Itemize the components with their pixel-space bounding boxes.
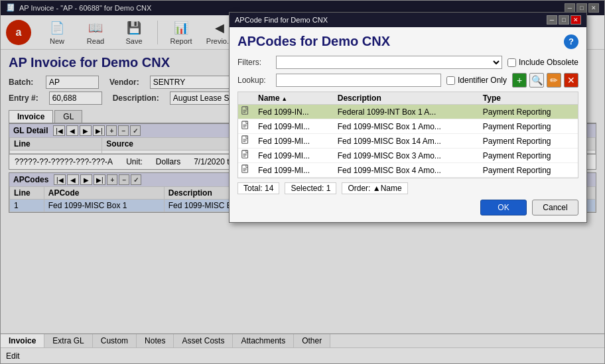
status-total: Total: 14: [237, 182, 279, 194]
modal-col-description[interactable]: Description: [332, 92, 478, 105]
modal-table-row[interactable]: Fed 1099-MI... Fed 1099-MISC Box 1 Amo..…: [238, 119, 578, 134]
row-icon: [238, 105, 253, 119]
add-tool-btn[interactable]: +: [512, 73, 527, 88]
lookup-row: Lookup: Identifier Only + 🔍 ✏ ✕: [237, 73, 578, 88]
delete-tool-btn[interactable]: ✕: [564, 73, 578, 88]
modal-heading-text: APCodes for Demo CNX: [237, 34, 390, 49]
modal-window-controls: ─ □ ✕: [547, 15, 581, 25]
modal-col-icon: [238, 92, 253, 105]
search-tool-btn[interactable]: 🔍: [529, 73, 544, 88]
lookup-label: Lookup:: [237, 76, 271, 85]
modal-row-desc: Fed 1099-MISC Box 14 Am...: [332, 134, 478, 149]
identifier-only-label: Identifier Only: [446, 76, 507, 85]
row-icon: [238, 149, 253, 163]
modal-row-desc: Fed 1099-MISC Box 4 Amo...: [332, 163, 478, 178]
ok-button[interactable]: OK: [480, 200, 527, 215]
lookup-toolbar: + 🔍 ✏ ✕: [512, 73, 578, 88]
modal-row-name: Fed 1099-MI...: [253, 149, 332, 163]
modal-table-container: Name Description Type: [237, 91, 578, 178]
help-icon[interactable]: ?: [564, 34, 578, 49]
document-icon: [241, 121, 250, 130]
row-icon: [238, 119, 253, 134]
modal-col-name[interactable]: Name: [253, 92, 332, 105]
modal-status-bar: Total: 14 Selected: 1 Order: ▲Name: [237, 182, 578, 194]
modal-table-row[interactable]: Fed 1099-MI... Fed 1099-MISC Box 4 Amo..…: [238, 163, 578, 178]
modal-close-btn[interactable]: ✕: [571, 15, 581, 25]
modal-table-row[interactable]: Fed 1099-MI... Fed 1099-MISC Box 14 Am..…: [238, 134, 578, 149]
filters-label: Filters:: [237, 58, 271, 67]
modal-body: APCodes for Demo CNX ? Filters: Include …: [230, 27, 586, 222]
modal-row-type: Payment Reporting: [478, 149, 578, 163]
modal-footer: OK Cancel: [237, 200, 578, 215]
modal-row-desc: Fed 1099-MISC Box 1 Amo...: [332, 119, 478, 134]
include-obsolete-checkbox[interactable]: [507, 58, 516, 67]
modal-row-name: Fed 1099-MI...: [253, 119, 332, 134]
filters-select[interactable]: [276, 56, 502, 69]
apcode-find-dialog: APCode Find for Demo CNX ─ □ ✕ APCodes f…: [229, 12, 587, 223]
modal-row-type: Payment Reporting: [478, 134, 578, 149]
identifier-only-checkbox[interactable]: [446, 76, 455, 85]
modal-title: APCode Find for Demo CNX: [235, 16, 547, 24]
modal-row-type: Payment Reporting: [478, 105, 578, 119]
modal-row-desc: Fed 1099-MISC Box 3 Amo...: [332, 149, 478, 163]
modal-row-type: Payment Reporting: [478, 119, 578, 134]
modal-row-name: Fed 1099-MI...: [253, 134, 332, 149]
document-icon: [241, 150, 250, 159]
modal-maximize-btn[interactable]: □: [559, 15, 569, 25]
modal-title-bar: APCode Find for Demo CNX ─ □ ✕: [230, 13, 586, 27]
cancel-button[interactable]: Cancel: [532, 200, 578, 215]
modal-row-name: Fed 1099-IN...: [253, 105, 332, 119]
filters-row: Filters: Include Obsolete: [237, 56, 578, 69]
document-icon: [241, 106, 250, 115]
modal-col-type[interactable]: Type: [478, 92, 578, 105]
row-icon: [238, 163, 253, 178]
modal-table-row[interactable]: Fed 1099-MI... Fed 1099-MISC Box 3 Amo..…: [238, 149, 578, 163]
modal-minimize-btn[interactable]: ─: [547, 15, 557, 25]
modal-apcodes-table: Name Description Type: [238, 92, 578, 178]
row-icon: [238, 134, 253, 149]
lookup-input[interactable]: [276, 74, 441, 87]
document-icon: [241, 135, 250, 145]
document-icon: [241, 164, 250, 174]
modal-row-name: Fed 1099-MI...: [253, 163, 332, 178]
modal-table-row[interactable]: Fed 1099-IN... Federal 1099-INT Box 1 A.…: [238, 105, 578, 119]
status-order: Order: ▲Name: [342, 182, 407, 194]
modal-heading-row: APCodes for Demo CNX ?: [237, 34, 578, 49]
modal-row-desc: Federal 1099-INT Box 1 A...: [332, 105, 478, 119]
include-obsolete-label: Include Obsolete: [507, 58, 578, 67]
modal-row-type: Payment Reporting: [478, 163, 578, 178]
status-selected: Selected: 1: [285, 182, 336, 194]
edit-tool-btn[interactable]: ✏: [547, 73, 561, 88]
